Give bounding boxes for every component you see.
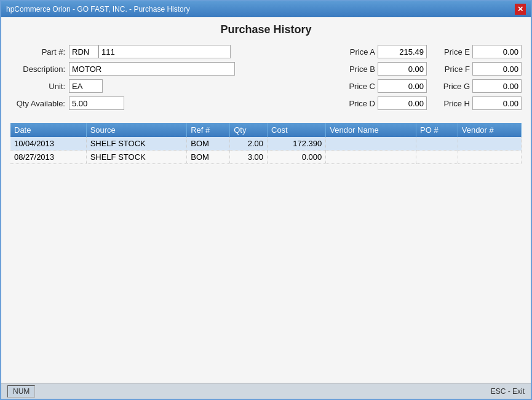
table-cell: BOM	[187, 137, 230, 151]
price-f-label: Price F	[439, 65, 470, 74]
content-area: Purchase History Part #: Description: Un…	[1, 17, 531, 383]
price-d-label: Price D	[344, 99, 375, 108]
price-b-row: Price B	[344, 62, 427, 76]
page-title: Purchase History	[10, 23, 522, 36]
qty-input[interactable]	[69, 96, 124, 110]
col-po: PO #	[416, 123, 458, 137]
price-c-input[interactable]	[378, 79, 427, 93]
price-b-input[interactable]	[378, 62, 427, 76]
table-section: Date Source Ref # Qty Cost Vendor Name P…	[10, 123, 522, 377]
main-window: hpCommerce Orion - GO FAST, INC. - Purch…	[0, 0, 532, 400]
unit-input[interactable]	[69, 79, 103, 93]
price-f-input[interactable]	[472, 62, 522, 76]
table-cell	[416, 151, 458, 164]
table-header-row: Date Source Ref # Qty Cost Vendor Name P…	[10, 123, 522, 137]
table-cell: 10/04/2013	[10, 137, 86, 151]
table-cell: 08/27/2013	[10, 151, 86, 164]
part-number-input[interactable]	[98, 45, 231, 58]
price-h-input[interactable]	[472, 96, 522, 110]
description-label: Description:	[10, 65, 69, 74]
form-area: Part #: Description: Unit: Qty Available…	[10, 45, 522, 114]
table-cell	[326, 137, 416, 151]
form-left: Part #: Description: Unit: Qty Available…	[10, 45, 332, 114]
table-cell: SHELF STOCK	[86, 151, 187, 164]
qty-row: Qty Available:	[10, 96, 332, 110]
prices-left-section: Price A Price B Price C Price D	[338, 45, 427, 114]
price-e-label: Price E	[439, 47, 470, 57]
table-cell	[458, 137, 521, 151]
table-cell: 172.390	[268, 137, 326, 151]
table-cell: 0.000	[268, 151, 326, 164]
col-date: Date	[10, 123, 86, 137]
price-h-label: Price H	[439, 99, 470, 108]
close-button[interactable]: ✕	[515, 4, 526, 15]
col-vendor-name: Vendor Name	[326, 123, 416, 137]
price-e-input[interactable]	[472, 45, 522, 58]
window-title: hpCommerce Orion - GO FAST, INC. - Purch…	[6, 5, 190, 14]
price-a-input[interactable]	[378, 45, 427, 58]
unit-label: Unit:	[10, 82, 69, 91]
table-cell	[458, 151, 521, 164]
col-source: Source	[86, 123, 187, 137]
price-g-label: Price G	[439, 82, 470, 91]
part-prefix-input[interactable]	[69, 45, 98, 58]
col-cost: Cost	[268, 123, 326, 137]
part-row: Part #:	[10, 45, 332, 58]
price-f-row: Price F	[439, 62, 522, 76]
table-cell	[326, 151, 416, 164]
table-row[interactable]: 10/04/2013SHELF STOCKBOM2.00172.390	[10, 137, 522, 151]
col-vendor-num: Vendor #	[458, 123, 521, 137]
part-label: Part #:	[10, 47, 69, 57]
price-a-row: Price A	[344, 45, 427, 58]
purchase-history-table: Date Source Ref # Qty Cost Vendor Name P…	[10, 123, 522, 164]
price-e-row: Price E	[439, 45, 522, 58]
unit-row: Unit:	[10, 79, 332, 93]
price-h-row: Price H	[439, 96, 522, 110]
col-qty: Qty	[230, 123, 268, 137]
description-row: Description:	[10, 62, 332, 76]
price-c-row: Price C	[344, 79, 427, 93]
price-b-label: Price B	[344, 65, 375, 74]
table-cell: SHELF STOCK	[86, 137, 187, 151]
table-row[interactable]: 08/27/2013SHELF STOCKBOM3.000.000	[10, 151, 522, 164]
col-ref: Ref #	[187, 123, 230, 137]
description-input[interactable]	[69, 62, 235, 76]
price-d-row: Price D	[344, 96, 427, 110]
status-num: NUM	[7, 385, 35, 398]
bottom-bar: NUM ESC - Exit	[1, 383, 531, 399]
prices-right-section: Price E Price F Price G Price H	[433, 45, 522, 114]
qty-label: Qty Available:	[10, 99, 69, 108]
title-bar: hpCommerce Orion - GO FAST, INC. - Purch…	[1, 1, 531, 17]
price-a-label: Price A	[344, 47, 375, 57]
table-cell	[416, 137, 458, 151]
price-g-row: Price G	[439, 79, 522, 93]
price-c-label: Price C	[344, 82, 375, 91]
table-cell: 2.00	[230, 137, 268, 151]
price-d-input[interactable]	[378, 96, 427, 110]
status-exit: ESC - Exit	[491, 387, 525, 396]
price-g-input[interactable]	[472, 79, 522, 93]
table-cell: BOM	[187, 151, 230, 164]
table-cell: 3.00	[230, 151, 268, 164]
